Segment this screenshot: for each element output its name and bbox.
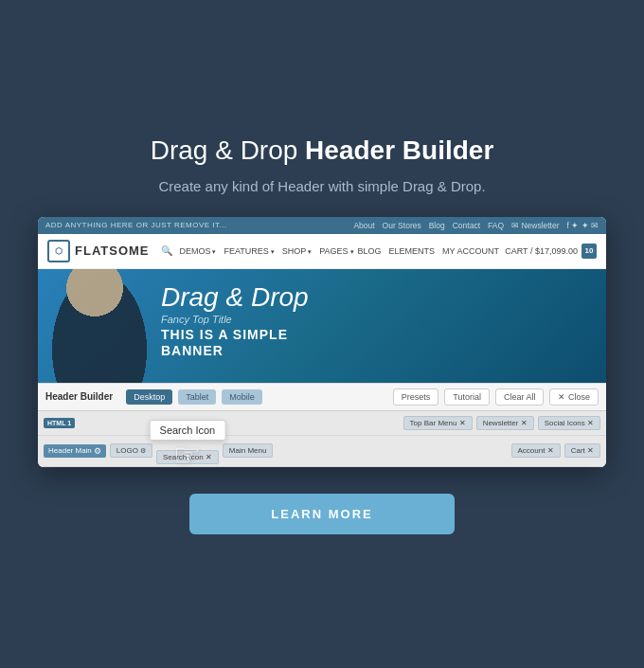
- banner-main-text: Drag & Drop: [161, 283, 309, 313]
- topbar-nav-newsletter[interactable]: ✉ Newsletter: [511, 221, 560, 230]
- nav-item-blog[interactable]: BLOG: [358, 246, 382, 256]
- nav-item-elements[interactable]: ELEMENTS: [389, 246, 436, 256]
- page-headline: Drag & Drop Header Builder: [151, 134, 494, 168]
- page-container: Drag & Drop Header Builder Create any ki…: [0, 0, 644, 668]
- topbar-social: f ✦ ✦ ✉: [567, 221, 599, 230]
- topbar-nav-about[interactable]: About: [353, 221, 374, 230]
- nav-item-shop[interactable]: SHOP: [282, 246, 312, 256]
- hb-row2-gear-icon[interactable]: ⚙: [94, 446, 101, 456]
- nav-logo: ⬡ FLATSOME: [47, 240, 150, 262]
- hb-item-searchicon[interactable]: Search Icon ✕: [156, 450, 219, 464]
- preview-banner: Drag & Drop Fancy Top Title THIS IS A SI…: [38, 269, 606, 383]
- hb-item-mainmenu[interactable]: Main Menu: [223, 443, 274, 458]
- preview-navbar: ⬡ FLATSOME 🔍 DEMOS FEATURES SHOP PAGES B…: [38, 234, 606, 269]
- hb-item-cart[interactable]: Cart ✕: [564, 443, 600, 458]
- nav-item-demos[interactable]: DEMOS: [180, 246, 217, 256]
- hb-btn-tablet[interactable]: Tablet: [178, 389, 216, 405]
- hb-item-socialicons[interactable]: Social Icons ✕: [538, 416, 600, 430]
- topbar-nav: About Our Stores Blog Contact FAQ ✉ News…: [353, 221, 599, 230]
- hb-btn-mobile[interactable]: Mobile: [222, 389, 262, 405]
- nav-item-pages[interactable]: PAGES: [319, 246, 353, 256]
- page-subheadline: Create any kind of Header with simple Dr…: [158, 178, 485, 194]
- header-builder-bar: Header Builder Desktop Tablet Mobile Pre…: [38, 383, 606, 410]
- hb-row2-label-text: Header Main: [48, 446, 92, 455]
- hb-btn-tutorial[interactable]: Tutorial: [444, 388, 490, 406]
- hb-row-main: Header Main ⚙ LOGO ⚙ Search Icon Search …: [38, 436, 606, 467]
- logo-text: FLATSOME: [75, 244, 150, 258]
- hb-row1-tag: HTML 1: [44, 418, 75, 428]
- hb-rows: HTML 1 Top Bar Menu ✕ Newsletter ✕ Socia…: [38, 410, 606, 467]
- hb-btn-clear-all[interactable]: Clear All: [495, 388, 545, 406]
- logo-icon: ⬡: [47, 240, 70, 262]
- navbar-search-icon[interactable]: 🔍: [161, 245, 172, 256]
- search-icon-wrapper: Search Icon Search Icon ✕ ☞: [156, 446, 219, 463]
- banner-person: [47, 269, 170, 383]
- hb-item-logo[interactable]: LOGO ⚙: [110, 443, 152, 458]
- topbar-nav-contact[interactable]: Contact: [453, 221, 480, 230]
- topbar-left-text: ADD ANYTHING HERE OR JUST REMOVE IT...: [45, 221, 227, 229]
- preview-window: ADD ANYTHING HERE OR JUST REMOVE IT... A…: [38, 217, 606, 467]
- hb-row-topbar: HTML 1 Top Bar Menu ✕ Newsletter ✕ Socia…: [38, 411, 606, 436]
- learn-more-button[interactable]: LEARN MORE: [189, 494, 455, 534]
- nav-item-features[interactable]: FEATURES: [224, 246, 275, 256]
- banner-fancy-text: Fancy Top Title: [161, 314, 309, 325]
- hb-label: Header Builder: [45, 391, 113, 402]
- hb-btn-presets[interactable]: Presets: [393, 388, 439, 406]
- hb-btn-close[interactable]: ✕ Close: [549, 388, 599, 406]
- hb-btn-desktop[interactable]: Desktop: [126, 389, 172, 405]
- hb-item-newsletter[interactable]: Newsletter ✕: [476, 416, 534, 430]
- banner-sub-text: THIS IS A SIMPLEBANNER: [161, 327, 309, 359]
- topbar-nav-blog[interactable]: Blog: [429, 221, 445, 230]
- logo-gear-icon: ⚙: [140, 447, 146, 455]
- topbar-nav-faq[interactable]: FAQ: [488, 221, 504, 230]
- hb-row2-label: Header Main ⚙: [44, 444, 106, 458]
- hb-item-account[interactable]: Account ✕: [511, 443, 561, 458]
- nav-menu-with-arrows: DEMOS FEATURES SHOP PAGES: [180, 246, 354, 256]
- search-icon-tooltip: Search Icon: [150, 420, 226, 441]
- nav-item-myaccount[interactable]: MY ACCOUNT: [442, 246, 499, 256]
- cart-text: CART / $17,099.00: [505, 246, 578, 256]
- hb-item-topbarmenu[interactable]: Top Bar Menu ✕: [403, 416, 473, 430]
- nav-menu-plain: BLOG ELEMENTS MY ACCOUNT: [358, 246, 499, 256]
- nav-cart[interactable]: CART / $17,099.00 10: [505, 244, 597, 259]
- topbar-nav-stores[interactable]: Our Stores: [383, 221, 421, 230]
- banner-text: Drag & Drop Fancy Top Title THIS IS A SI…: [161, 283, 309, 359]
- preview-topbar: ADD ANYTHING HERE OR JUST REMOVE IT... A…: [38, 217, 606, 234]
- cart-badge: 10: [581, 244, 597, 259]
